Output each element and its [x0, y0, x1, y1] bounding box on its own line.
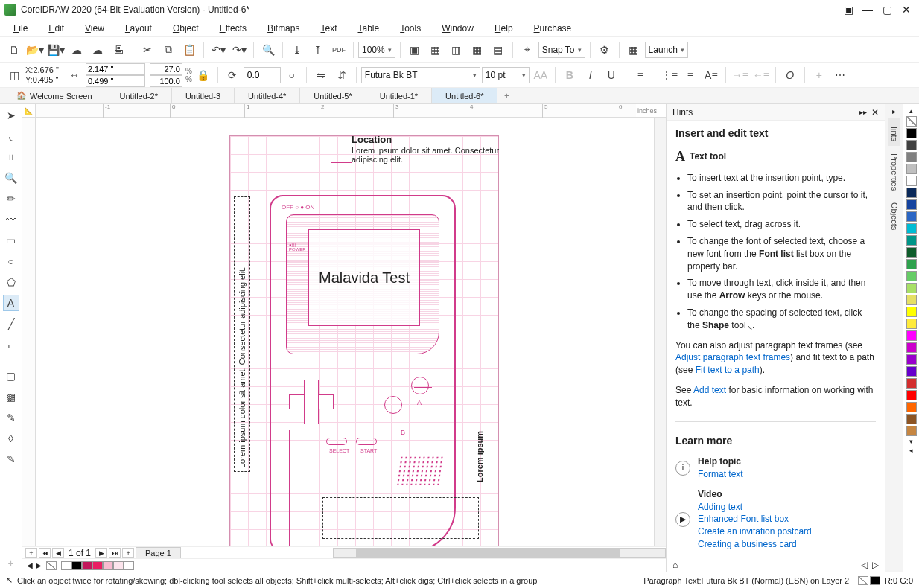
link-format-text[interactable]: Format text — [698, 469, 743, 479]
no-fill-icon[interactable] — [46, 561, 57, 570]
tab-welcome[interactable]: 🏠Welcome Screen — [3, 88, 106, 103]
tab-untitled-3[interactable]: Untitled-3 — [172, 88, 235, 103]
menu-edit[interactable]: Edit — [38, 21, 74, 36]
page-first-icon[interactable]: ⏮ — [39, 548, 51, 558]
width-input[interactable] — [86, 63, 145, 75]
horizontal-scrollbar[interactable] — [333, 548, 666, 558]
tab-untitled-6[interactable]: Untitled-6* — [432, 88, 497, 103]
font-size-dropdown[interactable]: 10 pt▾ — [482, 67, 530, 83]
pick-tool-icon[interactable]: ➤ — [3, 107, 19, 124]
swatch[interactable] — [906, 426, 917, 436]
page-prev-icon[interactable]: ◀ — [52, 548, 64, 558]
swatch[interactable] — [906, 414, 917, 424]
menu-purchase[interactable]: Purchase — [524, 21, 582, 36]
swatch[interactable] — [906, 152, 917, 162]
palette-up-icon[interactable]: ▴ — [909, 107, 913, 115]
menu-help[interactable]: Help — [484, 21, 524, 36]
search-icon[interactable]: 🔍 — [258, 40, 278, 60]
swatch[interactable] — [82, 561, 92, 570]
cut-icon[interactable]: ✂ — [138, 40, 157, 60]
swatch[interactable] — [71, 561, 82, 570]
mirror-v-icon[interactable]: ⇵ — [332, 65, 352, 85]
freehand-tool-icon[interactable]: ✏ — [3, 191, 19, 207]
angle-input[interactable] — [244, 67, 281, 83]
hints-home-icon[interactable]: ⌂ — [672, 560, 678, 570]
dock-tab-objects[interactable]: Objects — [888, 198, 900, 234]
add-tab-button[interactable]: + — [497, 88, 515, 103]
swatch[interactable] — [906, 342, 917, 353]
menu-text[interactable]: Text — [310, 21, 347, 36]
import-icon[interactable]: ⤓ — [287, 40, 307, 60]
page-add2-icon[interactable]: + — [122, 548, 134, 558]
minimize-icon[interactable]: — — [859, 3, 876, 16]
active-paragraph-text-frame[interactable] — [322, 497, 479, 539]
paste-icon[interactable]: 📋 — [179, 40, 199, 60]
swatch[interactable] — [906, 128, 917, 138]
menu-effects[interactable]: Effects — [209, 21, 257, 36]
drawing-canvas[interactable]: Malavida Test OFF ○ ● ON ●)))POWER A B S… — [36, 118, 666, 546]
hints-close-icon[interactable]: ✕ — [871, 107, 879, 118]
parallel-tool-icon[interactable]: ╱ — [3, 316, 19, 332]
scale-y-input[interactable] — [150, 75, 182, 87]
menu-table[interactable]: Table — [347, 21, 389, 36]
swatch[interactable] — [906, 354, 917, 365]
page-add-icon[interactable]: + — [25, 548, 37, 558]
menu-tools[interactable]: Tools — [389, 21, 431, 36]
crop-tool-icon[interactable]: ⌗ — [3, 149, 19, 165]
text-tool-icon[interactable]: A — [3, 295, 19, 311]
save-icon[interactable]: 💾▾ — [46, 40, 66, 60]
new-icon[interactable]: 🗋 — [4, 40, 24, 60]
add-icon[interactable]: + — [810, 65, 829, 85]
transparency-tool-icon[interactable]: ▩ — [3, 389, 19, 405]
swatch[interactable] — [906, 164, 917, 174]
tab-untitled-5[interactable]: Untitled-5* — [300, 88, 366, 103]
artistic-tool-icon[interactable]: 〰 — [3, 211, 19, 228]
mirror-h-icon[interactable]: ⇋ — [311, 65, 331, 85]
guidelines-icon[interactable]: ▤ — [489, 40, 508, 60]
dock-tab-hints[interactable]: Hints — [888, 118, 900, 146]
menu-object[interactable]: Object — [162, 21, 209, 36]
rectangle-tool-icon[interactable]: ▭ — [3, 232, 19, 249]
font-variable-icon[interactable]: AA — [531, 65, 550, 85]
bold-icon[interactable]: B — [560, 65, 579, 85]
fill-indicator-icon[interactable] — [858, 576, 868, 585]
swatch[interactable] — [906, 235, 917, 246]
swatch[interactable] — [906, 319, 917, 329]
list-bullet-icon[interactable]: ⋮≡ — [660, 65, 679, 85]
fill-tool-icon[interactable]: ◊ — [3, 430, 19, 447]
page-last-icon[interactable]: ⏭ — [109, 548, 121, 558]
palette-expand-icon[interactable]: ◂ — [909, 447, 913, 454]
link-adjust-frames[interactable]: Adjust paragraph text frames — [675, 352, 790, 362]
tab-untitled-1[interactable]: Untitled-1* — [366, 88, 432, 103]
connector-tool-icon[interactable]: ⌐ — [3, 336, 19, 353]
ellipse-tool-icon[interactable]: ○ — [3, 253, 19, 269]
fullscreen-icon[interactable]: ▣ — [405, 40, 424, 60]
height-input[interactable] — [86, 75, 145, 87]
outline-indicator-icon[interactable] — [870, 576, 880, 585]
menu-bitmaps[interactable]: Bitmaps — [257, 21, 310, 36]
swatch[interactable] — [906, 211, 917, 222]
swatch[interactable] — [113, 561, 124, 570]
maximize-icon[interactable]: ▢ — [879, 3, 895, 16]
cloud-upload-icon[interactable]: ☁ — [67, 40, 86, 60]
polygon-tool-icon[interactable]: ⬠ — [3, 274, 19, 290]
publish-pdf-icon[interactable]: PDF — [329, 40, 349, 60]
underline-icon[interactable]: U — [602, 65, 621, 85]
launch-icon[interactable]: ▦ — [624, 40, 643, 60]
palette-down-icon[interactable]: ▾ — [909, 438, 913, 445]
menu-file[interactable]: File — [3, 21, 38, 36]
hints-menu-icon[interactable]: ▸▸ — [859, 108, 867, 116]
cloud-download-icon[interactable]: ☁ — [88, 40, 107, 60]
swatch[interactable] — [906, 176, 917, 186]
swatch[interactable] — [906, 330, 917, 341]
ruler-vertical[interactable] — [22, 118, 36, 546]
page-next-icon[interactable]: ▶ — [95, 548, 107, 558]
swatch[interactable] — [906, 140, 917, 150]
zoom-dropdown[interactable]: 100%▾ — [358, 42, 395, 58]
ruler-horizontal[interactable]: -1 0 1 2 3 4 5 6 — [36, 104, 636, 118]
menu-window[interactable]: Window — [431, 21, 484, 36]
tab-untitled-2[interactable]: Untitled-2* — [106, 88, 172, 103]
italic-icon[interactable]: I — [581, 65, 600, 85]
swatch[interactable] — [906, 402, 917, 412]
zoom-tool-icon[interactable]: 🔍 — [3, 170, 19, 186]
